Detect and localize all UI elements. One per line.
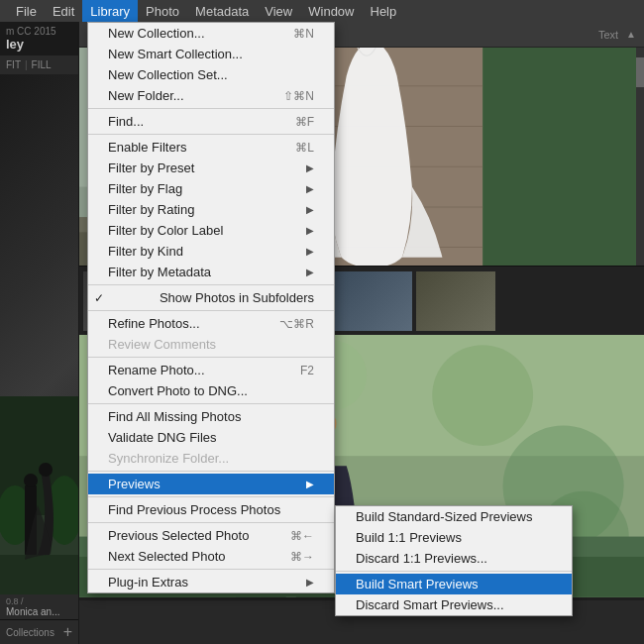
menu-review-comments[interactable]: Review Comments (88, 334, 334, 355)
menu-new-collection[interactable]: New Collection... ⌘N (88, 23, 334, 44)
add-collection-button[interactable]: + (63, 623, 72, 641)
menu-new-smart-collection[interactable]: New Smart Collection... (88, 44, 334, 64)
menu-new-collection-set[interactable]: New Collection Set... (88, 64, 334, 85)
menu-next-selected-photo[interactable]: Next Selected Photo ⌘→ (88, 546, 334, 567)
submenu-build-standard[interactable]: Build Standard-Sized Previews (336, 506, 572, 527)
person-name: Monica an... (6, 606, 72, 617)
text-panel-label[interactable]: Text (598, 29, 618, 41)
submenu-discard-1to1[interactable]: Discard 1:1 Previews... (336, 548, 572, 569)
menu-previous-selected-photo[interactable]: Previous Selected Photo ⌘← (88, 525, 334, 546)
menubar-window[interactable]: Window (300, 0, 362, 22)
scroll-indicator (636, 48, 644, 266)
menu-refine-photos[interactable]: Refine Photos... ⌥⌘R (88, 313, 334, 334)
menu-find-missing[interactable]: Find All Missing Photos (88, 406, 334, 427)
photo-preview-small (0, 74, 78, 594)
menu-filter-preset[interactable]: Filter by Preset ▶ (88, 158, 334, 178)
previews-submenu[interactable]: Build Standard-Sized Previews Build 1:1 … (335, 505, 573, 616)
menu-filter-rating[interactable]: Filter by Rating ▶ (88, 199, 334, 220)
library-dropdown-menu[interactable]: New Collection... ⌘N New Smart Collectio… (87, 22, 335, 593)
menu-convert-dng[interactable]: Convert Photo to DNG... (88, 380, 334, 401)
progress-area: 0.8 / Monica an... (0, 594, 78, 619)
menu-sep-1 (88, 108, 334, 109)
menu-rename-photo[interactable]: Rename Photo... F2 (88, 360, 334, 380)
menubar: File Edit Library Photo Metadata View Wi… (0, 0, 644, 22)
cc-label: m CC 2015 (6, 26, 72, 37)
menu-new-folder[interactable]: New Folder... ⇧⌘N (88, 85, 334, 106)
menu-sep-10 (88, 569, 334, 570)
menubar-metadata[interactable]: Metadata (187, 0, 257, 22)
menubar-file[interactable]: File (8, 0, 45, 22)
menubar-edit[interactable]: Edit (45, 0, 82, 22)
submenu-discard-smart[interactable]: Discard Smart Previews... (336, 594, 572, 615)
left-panel: m CC 2015 ley FIT | FILL (0, 22, 79, 644)
collections-label: Collections (6, 627, 54, 638)
svg-point-7 (39, 463, 53, 477)
left-panel-photo (0, 74, 78, 594)
menu-sep-3 (88, 284, 334, 285)
menu-sep-6 (88, 403, 334, 404)
scroll-up-button[interactable]: ▲ (626, 29, 636, 40)
menubar-photo[interactable]: Photo (138, 0, 187, 22)
menu-filter-flag[interactable]: Filter by Flag ▶ (88, 178, 334, 199)
menu-sep-5 (88, 357, 334, 358)
fit-button[interactable]: FIT (6, 59, 21, 70)
submenu-build-1to1[interactable]: Build 1:1 Previews (336, 527, 572, 548)
menu-validate-dng[interactable]: Validate DNG Files (88, 427, 334, 448)
previews-arrow-icon: ▶ (306, 479, 314, 489)
submenu-build-smart[interactable]: Build Smart Previews (336, 574, 572, 594)
fit-fill-controls: FIT | FILL (0, 55, 78, 74)
svg-point-6 (24, 474, 38, 487)
menu-show-photos-subfolders[interactable]: ✓ Show Photos in Subfolders (88, 287, 334, 308)
svg-rect-4 (0, 555, 78, 594)
silhouette-svg (0, 396, 78, 594)
menu-sep-9 (88, 522, 334, 523)
filmstrip-thumb-5[interactable] (416, 271, 495, 331)
user-name: ley (6, 37, 72, 52)
menu-sync-folder[interactable]: Synchronize Folder... (88, 448, 334, 469)
menubar-help[interactable]: Help (363, 0, 405, 22)
menu-filter-color[interactable]: Filter by Color Label ▶ (88, 220, 334, 241)
progress-text: 0.8 / (6, 596, 72, 606)
menubar-library[interactable]: Library (82, 0, 138, 22)
fill-button[interactable]: FILL (32, 59, 52, 70)
menu-find-previous-process[interactable]: Find Previous Process Photos (88, 499, 334, 520)
menu-find[interactable]: Find... ⌘F (88, 111, 334, 132)
checkmark-icon: ✓ (94, 291, 104, 305)
menu-enable-filters[interactable]: Enable Filters ⌘L (88, 137, 334, 158)
menu-filter-kind[interactable]: Filter by Kind ▶ (88, 241, 334, 262)
scroll-thumb[interactable] (636, 57, 644, 87)
menu-sep-8 (88, 496, 334, 497)
svg-rect-12 (483, 48, 644, 266)
menu-plugin-extras[interactable]: Plug-in Extras ▶ (88, 572, 334, 592)
svg-point-24 (432, 345, 533, 446)
menu-sep-4 (88, 310, 334, 311)
menubar-view[interactable]: View (257, 0, 300, 22)
menu-filter-metadata[interactable]: Filter by Metadata ▶ (88, 262, 334, 282)
menu-previews[interactable]: Previews ▶ (88, 474, 334, 494)
menu-sep-7 (88, 471, 334, 472)
filmstrip-thumb-4[interactable] (333, 271, 412, 331)
submenu-sep-1 (336, 571, 572, 572)
menu-sep-2 (88, 134, 334, 135)
